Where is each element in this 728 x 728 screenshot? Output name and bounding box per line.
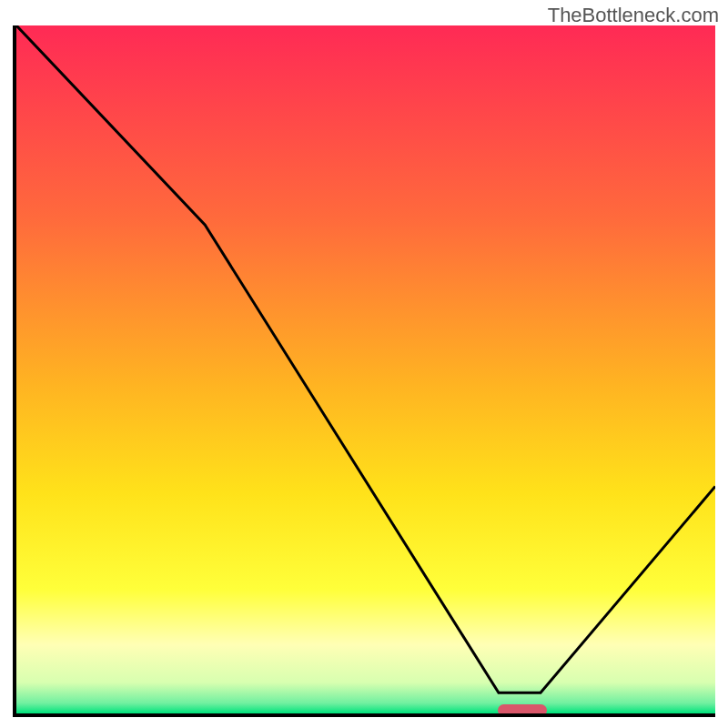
chart-container: TheBottleneck.com [0, 0, 728, 728]
watermark-text: TheBottleneck.com [548, 4, 719, 27]
chart-svg [16, 25, 715, 713]
optimal-range-marker [498, 704, 547, 716]
plot-area [13, 25, 715, 717]
